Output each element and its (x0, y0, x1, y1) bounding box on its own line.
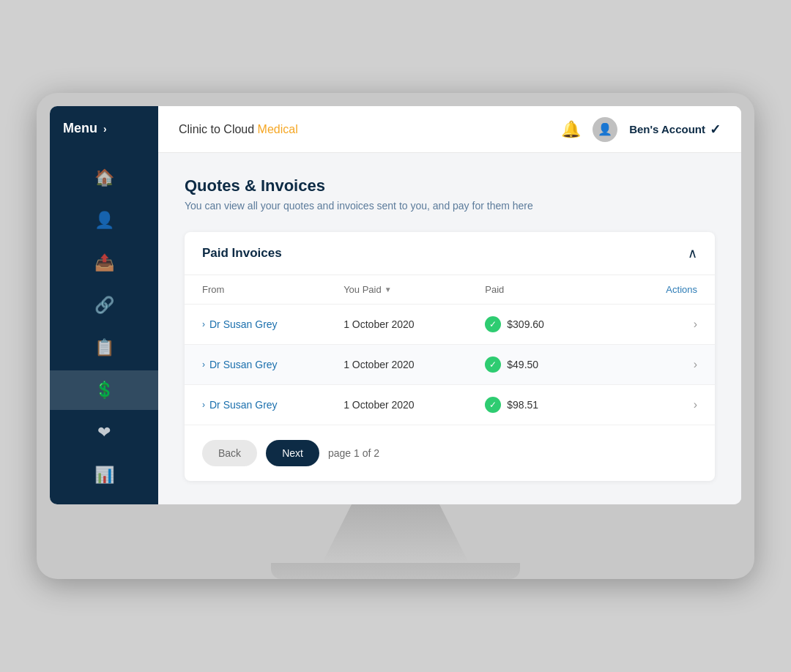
sidebar-item-upload[interactable]: 📤 (50, 243, 158, 283)
menu-label: Menu (63, 121, 97, 136)
topbar-actions: 🔔 👤 Ben's Account ✓ (561, 117, 721, 142)
row-chevron-icon: › (694, 358, 697, 371)
page-title: Quotes & Invoices (185, 176, 715, 195)
column-from: From (202, 284, 343, 295)
main-content: Clinic to Cloud Medical 🔔 👤 Ben's Accoun… (158, 106, 741, 504)
sidebar-menu-header[interactable]: Menu › (50, 106, 158, 151)
paid-check-icon: ✓ (485, 397, 501, 413)
card-header: Paid Invoices ∧ (185, 232, 715, 275)
row-expand-icon: › (202, 400, 205, 410)
row-doctor-name: › Dr Susan Grey (202, 399, 343, 411)
row-chevron-icon: › (694, 398, 697, 411)
table-row[interactable]: › Dr Susan Grey 1 October 2020 ✓ $309.60… (185, 305, 715, 345)
sidebar-item-records[interactable]: 📋 (50, 328, 158, 367)
sidebar-item-home[interactable]: 🏠 (50, 158, 158, 198)
sidebar-item-profile[interactable]: 👤 (50, 201, 158, 240)
monitor-base (271, 563, 520, 579)
bell-icon[interactable]: 🔔 (561, 120, 581, 139)
table-row[interactable]: › Dr Susan Grey 1 October 2020 ✓ $49.50 … (185, 345, 715, 385)
row-paid-amount: ✓ $49.50 (485, 356, 626, 373)
next-button[interactable]: Next (266, 440, 319, 466)
pagination-info: page 1 of 2 (328, 447, 379, 459)
avatar: 👤 (593, 117, 617, 142)
table-row[interactable]: › Dr Susan Grey 1 October 2020 ✓ $98.51 … (185, 385, 715, 425)
sidebar-item-reports[interactable]: 📊 (50, 455, 158, 495)
sidebar-item-referrals[interactable]: 🔗 (50, 285, 158, 325)
row-doctor-name: › Dr Susan Grey (202, 318, 343, 330)
row-chevron-icon: › (694, 318, 697, 331)
row-doctor-name: › Dr Susan Grey (202, 359, 343, 370)
row-paid-amount: ✓ $309.60 (485, 316, 626, 332)
sidebar-item-health[interactable]: ❤ (50, 413, 158, 452)
row-date: 1 October 2020 (343, 399, 485, 411)
pagination: Back Next page 1 of 2 (185, 425, 715, 481)
back-button[interactable]: Back (202, 440, 257, 466)
monitor-stand (322, 504, 469, 563)
paid-invoices-card: Paid Invoices ∧ From You Paid ▼ Paid Act… (185, 232, 715, 481)
card-title: Paid Invoices (202, 246, 282, 261)
sidebar-item-invoices[interactable]: 💲 (50, 370, 158, 410)
row-action[interactable]: › (626, 318, 697, 331)
topbar: Clinic to Cloud Medical 🔔 👤 Ben's Accoun… (158, 106, 741, 153)
row-expand-icon: › (202, 319, 205, 329)
sidebar-nav: 🏠 👤 📤 🔗 📋 💲 ❤ 📊 (50, 151, 158, 502)
row-date: 1 October 2020 (343, 359, 485, 370)
row-date: 1 October 2020 (343, 318, 485, 330)
sort-icon[interactable]: ▼ (385, 285, 392, 294)
topbar-logo: Clinic to Cloud Medical (179, 123, 561, 136)
sidebar: Menu › 🏠 👤 📤 🔗 📋 💲 ❤ 📊 (50, 106, 158, 504)
account-chevron-icon: ✓ (710, 122, 721, 138)
column-paid: Paid (485, 284, 626, 295)
row-action[interactable]: › (626, 398, 697, 411)
row-paid-amount: ✓ $98.51 (485, 397, 626, 413)
account-menu[interactable]: Ben's Account ✓ (629, 122, 721, 138)
page-content: Quotes & Invoices You can view all your … (158, 153, 741, 504)
paid-check-icon: ✓ (485, 316, 501, 332)
account-label: Ben's Account (629, 123, 705, 135)
paid-check-icon: ✓ (485, 356, 501, 373)
column-actions: Actions (626, 284, 697, 295)
table-header: From You Paid ▼ Paid Actions (185, 275, 715, 305)
collapse-icon[interactable]: ∧ (688, 245, 697, 261)
menu-chevron-icon: › (103, 123, 107, 135)
row-expand-icon: › (202, 359, 205, 370)
column-you-paid: You Paid ▼ (343, 284, 485, 295)
row-action[interactable]: › (626, 358, 697, 371)
page-subtitle: You can view all your quotes and invoice… (185, 200, 715, 212)
